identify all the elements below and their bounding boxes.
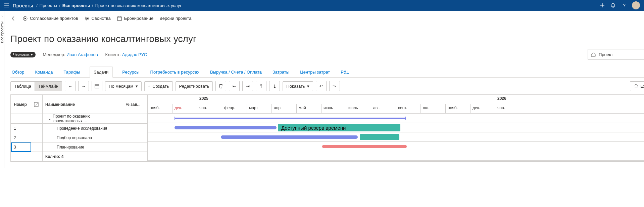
footer-count: Кол-во: 4	[43, 152, 123, 161]
scale-label: По месяцам	[109, 84, 134, 89]
nav-next-button[interactable]: →	[78, 81, 89, 91]
edit-label: Редактировать	[179, 84, 209, 89]
col-checkbox[interactable]	[31, 95, 43, 114]
table-row[interactable]: ⌄Проект по оказанию консалтинговых ...	[11, 114, 147, 124]
table-row[interactable]: 1Проведение исследования	[11, 124, 147, 133]
tab-resources[interactable]: Ресурсы	[121, 67, 141, 77]
app-title: Проекты	[13, 3, 33, 8]
tab-tasks[interactable]: Задачи	[90, 67, 113, 78]
properties-action[interactable]: Свойства	[84, 16, 111, 21]
gantt-timeline[interactable]: 20252026 нояб.дек.янв.февр.мартапр.майию…	[148, 95, 644, 161]
tab-costs[interactable]: Затраты	[271, 67, 291, 77]
chevron-right-icon[interactable]: ›	[1, 14, 3, 18]
breadcrumb-item-1[interactable]: Все проекты	[62, 3, 90, 8]
month-header: май	[297, 104, 321, 114]
bell-icon[interactable]	[610, 3, 616, 8]
tab-rates[interactable]: Тарифы	[62, 67, 82, 77]
chevron-down-icon: ▾	[31, 52, 33, 57]
month-header: нояб.	[446, 104, 470, 114]
outdent-button[interactable]: ⇤	[229, 81, 240, 91]
project-combo-label: Проект	[599, 52, 613, 57]
client-link[interactable]: Адидас РУС	[122, 52, 147, 57]
show-label: Показать	[286, 84, 305, 89]
grid-footer: Кол-во: 4	[11, 152, 147, 161]
menu-icon[interactable]	[4, 3, 9, 8]
status-text: Черновик	[13, 52, 30, 56]
show-select[interactable]: Показать ▾	[283, 81, 313, 91]
breadcrumb-item-0[interactable]: Проекты	[40, 3, 57, 8]
month-header: нояб.	[148, 104, 172, 114]
slack-bar-2[interactable]	[360, 134, 399, 140]
timeline-row-2	[148, 132, 644, 142]
booking-label: Бронирование	[124, 16, 154, 21]
move-up-button[interactable]: ⤒	[256, 81, 266, 91]
today-button[interactable]	[92, 81, 102, 91]
delete-button[interactable]	[215, 81, 226, 91]
breadcrumb-item-2[interactable]: Проект по оказанию консалтинговых услуг	[95, 3, 182, 8]
row-name: Проект по оказанию консалтинговых ...	[53, 114, 120, 123]
view-switch: Таблица Таймлайн	[10, 81, 62, 91]
view-timeline-button[interactable]: Таймлайн	[35, 82, 62, 91]
siderail[interactable]: › Все проекты	[0, 11, 4, 168]
tab-team[interactable]: Команда	[34, 67, 54, 77]
undo-button[interactable]: ↶	[316, 81, 327, 91]
help-icon[interactable]: ?	[621, 3, 627, 8]
properties-label: Свойства	[92, 16, 111, 21]
booking-action[interactable]: Бронирование	[117, 16, 154, 21]
excel-label: Excel	[640, 84, 644, 89]
cloud-icon	[634, 84, 638, 88]
client-label: Клиент:	[105, 52, 121, 57]
svg-rect-7	[95, 84, 99, 88]
tab-costcenters[interactable]: Центры затрат	[299, 67, 331, 77]
horizontal-scrollbar[interactable]	[10, 162, 644, 168]
approve-label: Согласование проектов	[30, 16, 78, 21]
action-row: Согласование проектов Свойства Бронирова…	[10, 11, 644, 26]
row-name: Планирование	[57, 145, 84, 150]
avatar[interactable]	[632, 1, 640, 9]
plus-icon[interactable]	[600, 3, 605, 8]
month-header: сент.	[396, 104, 421, 114]
month-header: окт.	[421, 104, 446, 114]
task-bar-3[interactable]	[322, 145, 407, 148]
svg-point-3	[87, 18, 88, 19]
slack-label: Доступный резерв времени	[278, 124, 400, 131]
approve-action[interactable]: Согласование проектов	[22, 16, 78, 21]
month-header: июль	[346, 104, 371, 114]
col-name[interactable]: Наименование	[43, 95, 123, 114]
task-bar-2[interactable]	[221, 135, 358, 139]
redo-button[interactable]: ↷	[329, 81, 340, 91]
month-header: февр.	[222, 104, 247, 114]
timeline-row-summary	[148, 114, 644, 123]
col-number[interactable]: Номер	[11, 95, 31, 114]
view-table-button[interactable]: Таблица	[11, 82, 35, 91]
versions-action[interactable]: Версии проекта	[159, 16, 191, 21]
nav-prev-button[interactable]: ←	[65, 81, 76, 91]
create-label: Создать	[152, 84, 169, 89]
manager-link[interactable]: Иван Агафонов	[66, 52, 98, 57]
tab-demand[interactable]: Потребность в ресурсах	[149, 67, 201, 77]
month-header: дек.	[172, 104, 197, 114]
home-icon	[591, 52, 596, 57]
status-badge[interactable]: Черновик ▾	[10, 52, 36, 57]
indent-button[interactable]: ⇥	[242, 81, 253, 91]
edit-button[interactable]: Редактировать	[176, 81, 213, 91]
tab-overview[interactable]: Обзор	[10, 67, 26, 77]
col-progress[interactable]: % зав...	[123, 95, 147, 114]
table-row[interactable]: 3Планирование	[11, 142, 147, 152]
tab-pnl[interactable]: P&L	[339, 67, 350, 77]
move-down-button[interactable]: ⤓	[269, 81, 280, 91]
topbar: Проекты / Проекты / Все проекты / Проект…	[0, 0, 644, 11]
gantt-grid: Номер Наименование % зав... ⌄Проект по о…	[11, 95, 148, 161]
excel-button[interactable]: Excel	[630, 81, 644, 91]
task-bar-1[interactable]	[175, 126, 277, 129]
back-button[interactable]	[10, 15, 16, 22]
tab-revenue[interactable]: Выручка / Счета / Оплата	[209, 67, 263, 77]
summary-bar[interactable]	[175, 118, 406, 119]
create-button[interactable]: +Создать	[144, 81, 173, 91]
month-header: янв.	[197, 104, 222, 114]
project-combo[interactable]: Проект	[588, 49, 644, 60]
table-row[interactable]: 2Подбор персонала	[11, 133, 147, 142]
scale-select[interactable]: По месяцам ▾	[105, 81, 142, 91]
chevron-down-icon[interactable]: ⌄	[48, 116, 51, 121]
svg-rect-5	[117, 17, 121, 20]
